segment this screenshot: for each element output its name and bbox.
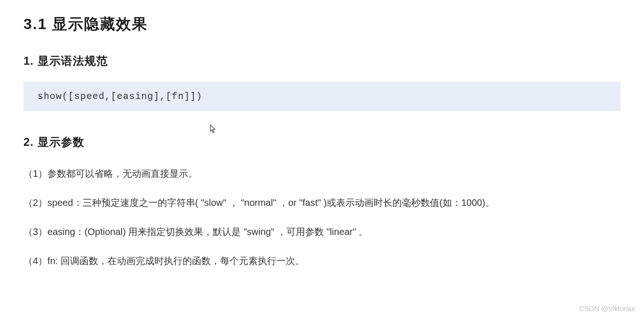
param-list: （1）参数都可以省略，无动画直接显示。 （2）speed：三种预定速度之一的字符… (23, 166, 621, 268)
param-item: （2）speed：三种预定速度之一的字符串( "slow" ， "normal"… (23, 195, 621, 210)
param-item: （3）easing：(Optional) 用来指定切换效果，默认是 "swing… (23, 224, 621, 239)
section-title: 3.1 显示隐藏效果 (23, 14, 621, 35)
watermark: CSDN @Viktoriae (579, 304, 636, 312)
param-item: （1）参数都可以省略，无动画直接显示。 (23, 166, 621, 181)
document-content: 3.1 显示隐藏效果 1. 显示语法规范 show([speed,[easing… (0, 0, 644, 296)
subtitle-syntax: 1. 显示语法规范 (23, 53, 621, 68)
param-item: （4）fn: 回调函数，在动画完成时执行的函数，每个元素执行一次。 (23, 253, 621, 268)
subtitle-params: 2. 显示参数 (23, 135, 621, 150)
code-block: show([speed,[easing],[fn]]) (23, 82, 621, 111)
